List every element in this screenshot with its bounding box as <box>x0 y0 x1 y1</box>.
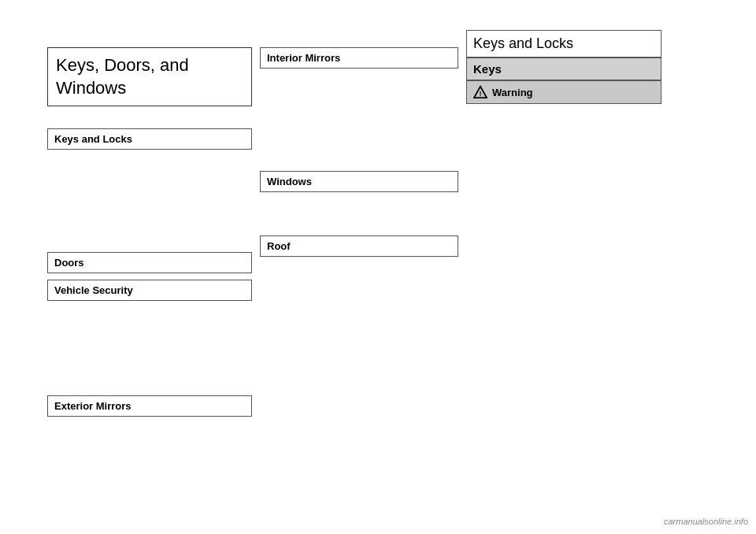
nav-item-interior-mirrors[interactable]: Interior Mirrors <box>260 47 458 69</box>
right-section-title: Keys and Locks <box>466 30 662 57</box>
right-sub-section-title: Keys <box>466 57 662 80</box>
middle-column: Interior Mirrors Windows Roof <box>260 47 458 257</box>
nav-item-vehicle-security[interactable]: Vehicle Security <box>47 280 252 301</box>
spacer-2 <box>47 301 252 395</box>
nav-item-roof[interactable]: Roof <box>260 235 458 257</box>
watermark: carmanualsonline.info <box>664 517 748 526</box>
mid-spacer-1 <box>260 69 458 171</box>
mid-spacer-2 <box>260 192 458 235</box>
nav-item-doors[interactable]: Doors <box>47 252 252 273</box>
nav-item-exterior-mirrors[interactable]: Exterior Mirrors <box>47 395 252 417</box>
svg-text:!: ! <box>480 90 482 98</box>
warning-item[interactable]: ! Warning <box>466 80 662 104</box>
spacer-1 <box>47 150 252 252</box>
right-column: Keys and Locks Keys ! Warning <box>466 30 662 104</box>
nav-item-keys-locks[interactable]: Keys and Locks <box>47 128 252 150</box>
warning-label: Warning <box>492 87 533 98</box>
warning-triangle-icon: ! <box>473 85 487 99</box>
page-container: Keys, Doors, and Windows Keys and Locks … <box>0 0 756 534</box>
left-column: Keys, Doors, and Windows Keys and Locks … <box>47 47 252 417</box>
nav-item-windows[interactable]: Windows <box>260 171 458 192</box>
main-title: Keys, Doors, and Windows <box>47 47 252 106</box>
